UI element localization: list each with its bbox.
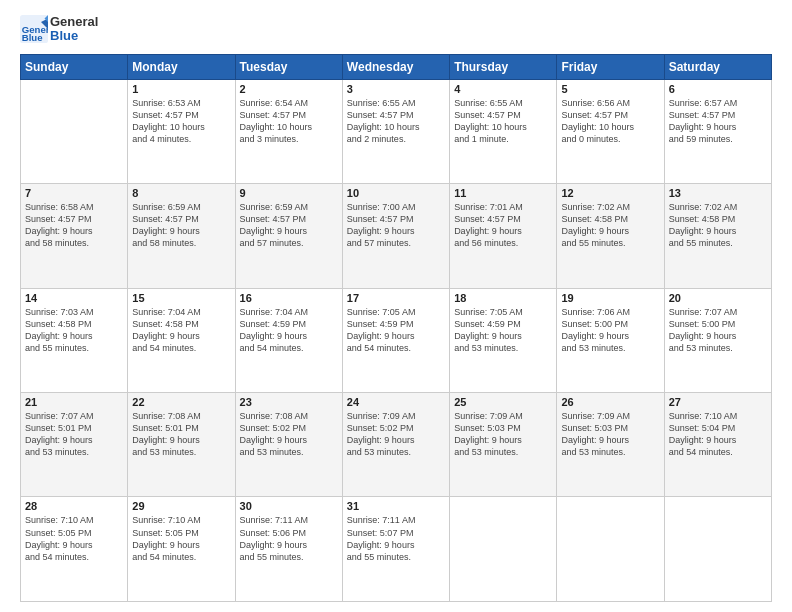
day-number: 16 [240,292,338,304]
calendar-day-header: Friday [557,54,664,79]
day-number: 8 [132,187,230,199]
day-number: 1 [132,83,230,95]
day-number: 17 [347,292,445,304]
day-number: 23 [240,396,338,408]
calendar-cell [664,497,771,602]
calendar-cell: 8Sunrise: 6:59 AM Sunset: 4:57 PM Daylig… [128,184,235,288]
calendar-cell: 26Sunrise: 7:09 AM Sunset: 5:03 PM Dayli… [557,393,664,497]
calendar-cell: 31Sunrise: 7:11 AM Sunset: 5:07 PM Dayli… [342,497,449,602]
calendar-cell: 3Sunrise: 6:55 AM Sunset: 4:57 PM Daylig… [342,79,449,183]
cell-info: Sunrise: 7:11 AM Sunset: 5:06 PM Dayligh… [240,514,338,563]
calendar-cell: 20Sunrise: 7:07 AM Sunset: 5:00 PM Dayli… [664,288,771,392]
day-number: 22 [132,396,230,408]
day-number: 4 [454,83,552,95]
day-number: 5 [561,83,659,95]
day-number: 11 [454,187,552,199]
calendar-cell: 27Sunrise: 7:10 AM Sunset: 5:04 PM Dayli… [664,393,771,497]
day-number: 28 [25,500,123,512]
day-number: 12 [561,187,659,199]
page: General Blue GeneralBlue SundayMondayTue… [0,0,792,612]
day-number: 10 [347,187,445,199]
calendar-cell: 28Sunrise: 7:10 AM Sunset: 5:05 PM Dayli… [21,497,128,602]
calendar-day-header: Tuesday [235,54,342,79]
calendar-cell: 15Sunrise: 7:04 AM Sunset: 4:58 PM Dayli… [128,288,235,392]
calendar-cell: 19Sunrise: 7:06 AM Sunset: 5:00 PM Dayli… [557,288,664,392]
cell-info: Sunrise: 7:09 AM Sunset: 5:03 PM Dayligh… [561,410,659,459]
cell-info: Sunrise: 7:10 AM Sunset: 5:04 PM Dayligh… [669,410,767,459]
cell-info: Sunrise: 6:55 AM Sunset: 4:57 PM Dayligh… [347,97,445,146]
cell-info: Sunrise: 7:03 AM Sunset: 4:58 PM Dayligh… [25,306,123,355]
logo-icon: General Blue [20,15,48,43]
day-number: 9 [240,187,338,199]
day-number: 30 [240,500,338,512]
day-number: 14 [25,292,123,304]
cell-info: Sunrise: 7:02 AM Sunset: 4:58 PM Dayligh… [669,201,767,250]
cell-info: Sunrise: 7:02 AM Sunset: 4:58 PM Dayligh… [561,201,659,250]
day-number: 31 [347,500,445,512]
day-number: 26 [561,396,659,408]
cell-info: Sunrise: 6:59 AM Sunset: 4:57 PM Dayligh… [240,201,338,250]
calendar-cell [21,79,128,183]
logo-text: GeneralBlue [50,15,98,44]
calendar-cell: 18Sunrise: 7:05 AM Sunset: 4:59 PM Dayli… [450,288,557,392]
calendar-cell: 25Sunrise: 7:09 AM Sunset: 5:03 PM Dayli… [450,393,557,497]
svg-text:Blue: Blue [22,33,43,44]
calendar-cell: 12Sunrise: 7:02 AM Sunset: 4:58 PM Dayli… [557,184,664,288]
cell-info: Sunrise: 6:53 AM Sunset: 4:57 PM Dayligh… [132,97,230,146]
calendar-cell: 29Sunrise: 7:10 AM Sunset: 5:05 PM Dayli… [128,497,235,602]
cell-info: Sunrise: 6:56 AM Sunset: 4:57 PM Dayligh… [561,97,659,146]
calendar-week-row: 21Sunrise: 7:07 AM Sunset: 5:01 PM Dayli… [21,393,772,497]
calendar-day-header: Thursday [450,54,557,79]
day-number: 29 [132,500,230,512]
cell-info: Sunrise: 6:57 AM Sunset: 4:57 PM Dayligh… [669,97,767,146]
calendar-cell: 23Sunrise: 7:08 AM Sunset: 5:02 PM Dayli… [235,393,342,497]
calendar-cell: 7Sunrise: 6:58 AM Sunset: 4:57 PM Daylig… [21,184,128,288]
day-number: 6 [669,83,767,95]
calendar-day-header: Wednesday [342,54,449,79]
calendar-cell: 2Sunrise: 6:54 AM Sunset: 4:57 PM Daylig… [235,79,342,183]
cell-info: Sunrise: 7:08 AM Sunset: 5:01 PM Dayligh… [132,410,230,459]
cell-info: Sunrise: 7:10 AM Sunset: 5:05 PM Dayligh… [132,514,230,563]
calendar-day-header: Sunday [21,54,128,79]
cell-info: Sunrise: 7:01 AM Sunset: 4:57 PM Dayligh… [454,201,552,250]
day-number: 24 [347,396,445,408]
day-number: 13 [669,187,767,199]
cell-info: Sunrise: 7:09 AM Sunset: 5:03 PM Dayligh… [454,410,552,459]
calendar-cell: 30Sunrise: 7:11 AM Sunset: 5:06 PM Dayli… [235,497,342,602]
calendar-cell: 21Sunrise: 7:07 AM Sunset: 5:01 PM Dayli… [21,393,128,497]
calendar-cell: 4Sunrise: 6:55 AM Sunset: 4:57 PM Daylig… [450,79,557,183]
calendar-cell: 6Sunrise: 6:57 AM Sunset: 4:57 PM Daylig… [664,79,771,183]
cell-info: Sunrise: 6:58 AM Sunset: 4:57 PM Dayligh… [25,201,123,250]
day-number: 25 [454,396,552,408]
calendar-cell [557,497,664,602]
cell-info: Sunrise: 7:05 AM Sunset: 4:59 PM Dayligh… [454,306,552,355]
cell-info: Sunrise: 6:54 AM Sunset: 4:57 PM Dayligh… [240,97,338,146]
calendar-cell: 17Sunrise: 7:05 AM Sunset: 4:59 PM Dayli… [342,288,449,392]
day-number: 27 [669,396,767,408]
cell-info: Sunrise: 7:10 AM Sunset: 5:05 PM Dayligh… [25,514,123,563]
calendar-cell: 14Sunrise: 7:03 AM Sunset: 4:58 PM Dayli… [21,288,128,392]
day-number: 20 [669,292,767,304]
cell-info: Sunrise: 7:04 AM Sunset: 4:59 PM Dayligh… [240,306,338,355]
header: General Blue GeneralBlue [20,15,772,44]
calendar-cell: 11Sunrise: 7:01 AM Sunset: 4:57 PM Dayli… [450,184,557,288]
cell-info: Sunrise: 7:09 AM Sunset: 5:02 PM Dayligh… [347,410,445,459]
cell-info: Sunrise: 7:07 AM Sunset: 5:01 PM Dayligh… [25,410,123,459]
calendar-cell [450,497,557,602]
day-number: 3 [347,83,445,95]
cell-info: Sunrise: 6:59 AM Sunset: 4:57 PM Dayligh… [132,201,230,250]
cell-info: Sunrise: 7:05 AM Sunset: 4:59 PM Dayligh… [347,306,445,355]
calendar-table: SundayMondayTuesdayWednesdayThursdayFrid… [20,54,772,602]
logo: General Blue GeneralBlue [20,15,98,44]
calendar-cell: 22Sunrise: 7:08 AM Sunset: 5:01 PM Dayli… [128,393,235,497]
day-number: 2 [240,83,338,95]
calendar-day-header: Monday [128,54,235,79]
calendar-cell: 9Sunrise: 6:59 AM Sunset: 4:57 PM Daylig… [235,184,342,288]
cell-info: Sunrise: 7:06 AM Sunset: 5:00 PM Dayligh… [561,306,659,355]
day-number: 21 [25,396,123,408]
calendar-day-header: Saturday [664,54,771,79]
calendar-week-row: 1Sunrise: 6:53 AM Sunset: 4:57 PM Daylig… [21,79,772,183]
calendar-cell: 24Sunrise: 7:09 AM Sunset: 5:02 PM Dayli… [342,393,449,497]
calendar-week-row: 28Sunrise: 7:10 AM Sunset: 5:05 PM Dayli… [21,497,772,602]
cell-info: Sunrise: 7:11 AM Sunset: 5:07 PM Dayligh… [347,514,445,563]
